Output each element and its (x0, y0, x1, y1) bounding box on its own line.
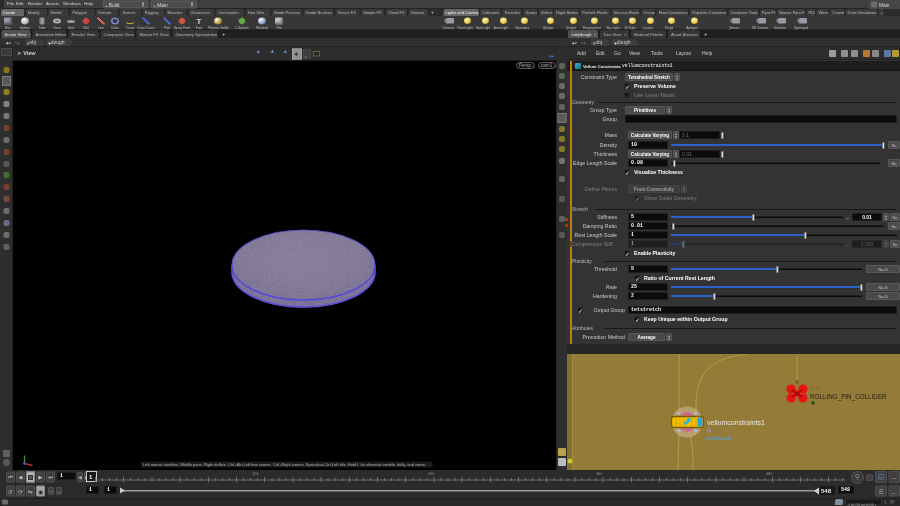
svg-text:Null: Null (810, 385, 820, 391)
svg-text:ROLLING_PIN_COLLIDER: ROLLING_PIN_COLLIDER (810, 393, 887, 401)
svg-text:tetstretch: tetstretch (706, 434, 732, 441)
svg-text:vellumconstraints1: vellumconstraints1 (707, 419, 765, 426)
